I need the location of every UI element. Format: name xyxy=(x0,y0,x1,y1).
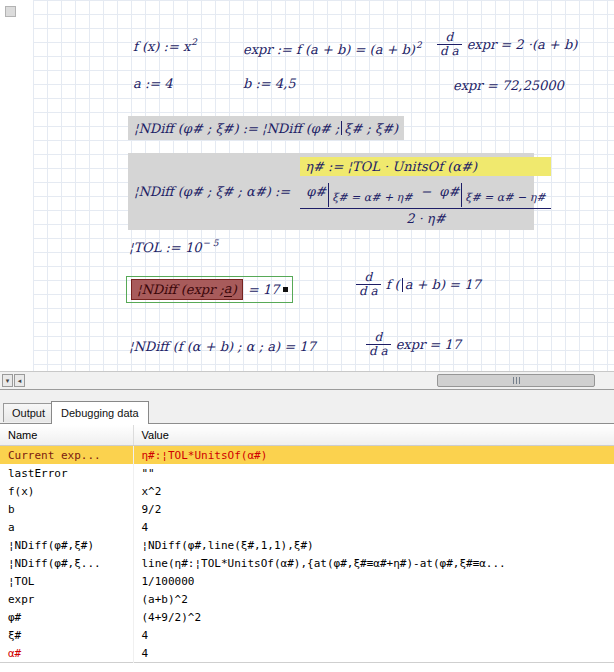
cursor-argument: a xyxy=(224,281,232,297)
splitter-arrow-icon[interactable]: ◂ xyxy=(14,374,25,387)
at-condition: ξ# = α# − η# xyxy=(465,191,545,204)
fraction-denominator: d a xyxy=(437,44,462,58)
expr-text: expr = 72,25000 xyxy=(453,78,564,93)
expr-lhs: ¦NDiff (φ# ; ξ# ; α#) := xyxy=(134,184,290,199)
current-expression-highlight: η# := ¦TOL · UnitsOf (α#) xyxy=(300,157,551,176)
expr-text: ξ# ; ξ#) xyxy=(344,121,398,136)
derivative-fraction: d d a xyxy=(366,331,391,358)
tab-label: Debugging data xyxy=(61,407,139,419)
expr-text: ¦NDiff (f (α + b) ; α ; a) = 17 xyxy=(129,339,316,354)
table-row[interactable]: a4 xyxy=(0,518,614,536)
expr-derivative-f[interactable]: d d a f ( a + b) = 17 xyxy=(356,271,481,298)
row-name: ¦TOL xyxy=(0,572,133,590)
row-value: ¦NDiff(φ#,line(ξ#,1,1),ξ#) xyxy=(133,536,614,554)
fraction-denominator: d a xyxy=(356,284,381,298)
row-value: 9/2 xyxy=(133,500,614,518)
row-name: b xyxy=(0,500,133,518)
expr-tol-definition[interactable]: ¦TOL := 10− 5 xyxy=(129,240,219,255)
unit-placeholder-icon[interactable] xyxy=(283,287,288,292)
row-name: ¦NDiff(φ#,ξ#) xyxy=(0,536,133,554)
tab-debugging-data[interactable]: Debugging data xyxy=(51,401,149,424)
derivative-fraction: d d a xyxy=(356,271,381,298)
row-name: φ# xyxy=(0,608,133,626)
expr-text: ) xyxy=(232,282,237,297)
row-value: η#:¦TOL*UnitsOf(α#) xyxy=(133,446,614,465)
horizontal-scrollbar[interactable]: ▾ ◂ xyxy=(0,371,614,389)
row-value: "" xyxy=(133,464,614,482)
error-expression: ¦NDiff (expr ; a) xyxy=(131,279,243,300)
minus-operator: − xyxy=(420,184,431,199)
table-row[interactable]: lastError"" xyxy=(0,464,614,482)
result-text: = 17 xyxy=(248,282,280,297)
expr-expr-definition[interactable]: expr := f (a + b) = (a + b)2 xyxy=(243,42,422,57)
debug-table: Name Value Current exp...η#:¦TOL*UnitsOf… xyxy=(0,425,614,663)
at-operator-bar xyxy=(461,183,462,207)
exponent: − 5 xyxy=(202,238,218,248)
expr-a-definition[interactable]: a := 4 xyxy=(133,76,173,91)
table-row[interactable]: f(x)x^2 xyxy=(0,482,614,500)
difference-quotient: φ# ξ# = α# + η# − φ# ξ# = α# − η# 2 · η# xyxy=(300,179,551,226)
fraction-denominator: 2 · η# xyxy=(406,209,445,226)
derivative-fraction: d d a xyxy=(437,31,462,58)
expr-text: a := 4 xyxy=(133,76,173,91)
table-row[interactable]: expr(a+b)^2 xyxy=(0,590,614,608)
table-row[interactable]: Current exp...η#:¦TOL*UnitsOf(α#) xyxy=(0,446,614,465)
table-row[interactable]: ¦TOL1/100000 xyxy=(0,572,614,590)
expr-ndiff-evaluation-selected[interactable]: ¦NDiff (expr ; a) = 17 xyxy=(126,276,293,303)
expr-b-definition[interactable]: b := 4,5 xyxy=(243,76,296,91)
row-name: Current exp... xyxy=(0,446,133,465)
expr-text: f (x) := x xyxy=(133,39,190,54)
expr-text: expr := f (a + b) = (a + b) xyxy=(243,42,415,57)
table-row[interactable]: φ#(4+9/2)^2 xyxy=(0,608,614,626)
pane-splitter-controls: ▾ ◂ xyxy=(2,374,25,387)
fraction-numerator: d xyxy=(361,271,375,284)
expr-text: φ# xyxy=(306,184,326,199)
tab-label: Output xyxy=(12,407,45,419)
expr-text: f ( xyxy=(386,277,400,292)
fraction-numerator: φ# ξ# = α# + η# − φ# ξ# = α# − η# xyxy=(300,179,551,209)
column-header-name[interactable]: Name xyxy=(0,425,133,446)
worksheet-corner-handle xyxy=(5,6,16,17)
table-row[interactable]: α#4 xyxy=(0,644,614,663)
row-value: (4+9/2)^2 xyxy=(133,608,614,626)
row-value: 4 xyxy=(133,644,614,663)
row-name: expr xyxy=(0,590,133,608)
row-value: x^2 xyxy=(133,482,614,500)
row-name: f(x) xyxy=(0,482,133,500)
expr-derivative-1[interactable]: d d a expr = 2 ·(a + b) xyxy=(437,31,577,58)
expr-ndiff-3arg-definition[interactable]: ¦NDiff (φ# ; ξ# ; α#) := η# := ¦TOL · Un… xyxy=(128,153,534,230)
expr-ndiff-evaluation-2[interactable]: ¦NDiff (f (α + b) ; α ; a) = 17 xyxy=(129,339,316,354)
scrollbar-thumb[interactable] xyxy=(437,374,595,387)
row-name: ξ# xyxy=(0,626,133,644)
row-value: (a+b)^2 xyxy=(133,590,614,608)
line-block-bar xyxy=(341,121,342,135)
bottom-panel-tabstrip: Output Debugging data xyxy=(0,389,614,424)
splitter-collapse-icon[interactable]: ▾ xyxy=(2,374,13,387)
expr-expr-evaluation[interactable]: expr = 72,25000 xyxy=(453,78,564,93)
expr-f-definition[interactable]: f (x) := x2 xyxy=(133,39,197,54)
line-block-bar xyxy=(402,278,403,292)
expr-text: η# := ¦TOL · UnitsOf (α#) xyxy=(305,159,477,174)
row-value: 1/100000 xyxy=(133,572,614,590)
table-row[interactable]: b9/2 xyxy=(0,500,614,518)
row-value: line(η#:¦TOL*UnitsOf(α#),{at(φ#,ξ#≡α#+η#… xyxy=(133,554,614,572)
row-name: ¦NDiff(φ#,ξ... xyxy=(0,554,133,572)
expr-text: expr = 2 ·(a + b) xyxy=(467,37,578,52)
at-operator-bar xyxy=(328,183,329,207)
debug-table-body: Current exp...η#:¦TOL*UnitsOf(α#)lastErr… xyxy=(0,446,614,663)
expr-text: a + b) = 17 xyxy=(405,277,481,292)
column-header-value[interactable]: Value xyxy=(133,425,614,446)
fraction-numerator: d xyxy=(442,31,456,44)
fraction-numerator: d xyxy=(371,331,385,344)
table-header-row: Name Value xyxy=(0,425,614,446)
table-row[interactable]: ξ#4 xyxy=(0,626,614,644)
table-row[interactable]: ¦NDiff(φ#,ξ#)¦NDiff(φ#,line(ξ#,1,1),ξ#) xyxy=(0,536,614,554)
expr-text: expr = 17 xyxy=(396,337,461,352)
fraction-denominator: d a xyxy=(366,344,391,358)
app-window: f (x) := x2 expr := f (a + b) = (a + b)2… xyxy=(0,0,614,672)
tab-output[interactable]: Output xyxy=(3,403,54,422)
expr-ndiff-2arg-definition[interactable]: ¦NDiff (φ# ; ξ#) := ¦NDiff (φ# ; ξ# ; ξ#… xyxy=(128,116,404,140)
table-row[interactable]: ¦NDiff(φ#,ξ...line(η#:¦TOL*UnitsOf(α#),{… xyxy=(0,554,614,572)
expr-derivative-2[interactable]: d d a expr = 17 xyxy=(366,331,461,358)
row-value: 4 xyxy=(133,626,614,644)
